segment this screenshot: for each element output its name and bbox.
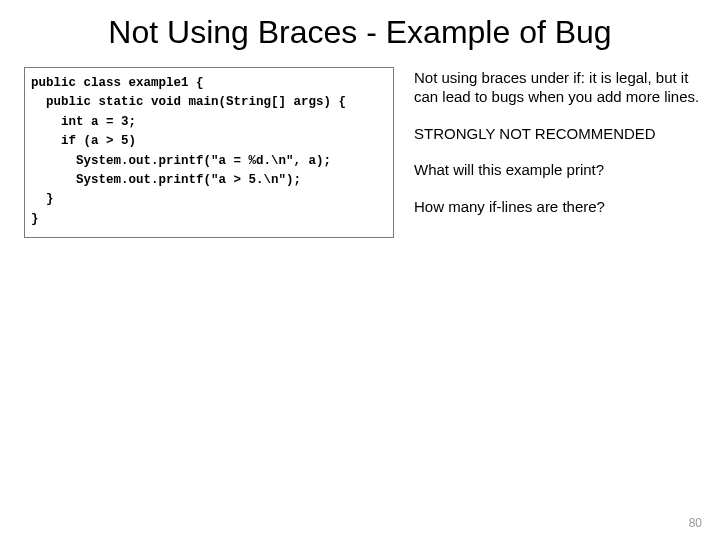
slide-title: Not Using Braces - Example of Bug: [0, 0, 720, 59]
explanation-p1: Not using braces under if: it is legal, …: [414, 69, 700, 107]
explanation-p4: How many if-lines are there?: [414, 198, 700, 217]
explanation-column: Not using braces under if: it is legal, …: [414, 67, 700, 238]
explanation-p2: STRONGLY NOT RECOMMENDED: [414, 125, 700, 144]
code-box: public class example1 { public static vo…: [24, 67, 394, 238]
content-area: public class example1 { public static vo…: [0, 59, 720, 238]
code-snippet: public class example1 { public static vo…: [31, 74, 385, 229]
page-number: 80: [689, 516, 702, 530]
explanation-p3: What will this example print?: [414, 161, 700, 180]
